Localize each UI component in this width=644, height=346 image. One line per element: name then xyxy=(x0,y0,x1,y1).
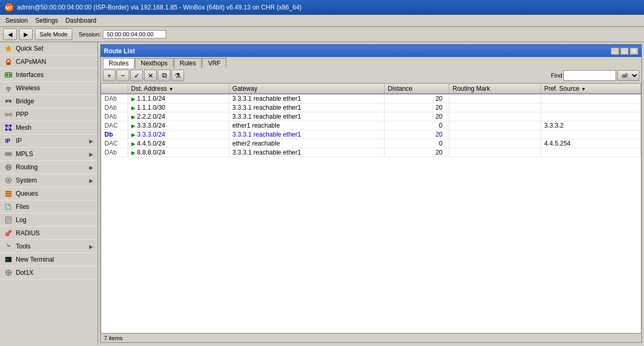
disable-button[interactable]: ✕ xyxy=(144,70,157,81)
routing-arrow-icon: ▶ xyxy=(89,165,93,170)
filter-button[interactable]: ⚗ xyxy=(171,70,184,81)
cell-dst-address: ▶ 1.1.1.0/24 xyxy=(128,94,229,103)
table-row[interactable]: Db ▶ 3.3.3.0/24 3.3.3.1 reachable ether1… xyxy=(101,130,641,139)
sidebar-item-tools[interactable]: Tools ▶ xyxy=(0,240,98,253)
cell-flags: Db xyxy=(101,130,128,139)
cell-dst-address-value: 4.4.5.0/24 xyxy=(137,140,165,147)
tab-nexthops[interactable]: Nexthops xyxy=(135,58,174,68)
bridge-icon xyxy=(4,97,13,105)
menu-dashboard[interactable]: Dashboard xyxy=(62,16,100,25)
cell-dst-address: ▶ 3.3.3.0/24 xyxy=(128,130,229,139)
row-flag: DAb xyxy=(104,149,117,156)
route-table-container[interactable]: Dst. Address ▼ Gateway Distance Routing … xyxy=(101,83,641,333)
sidebar-label-routing: Routing xyxy=(16,164,37,171)
row-arrow: ▶ xyxy=(131,123,136,129)
sidebar-item-radius[interactable]: RADIUS xyxy=(0,227,98,240)
table-row[interactable]: DAC ▶ 3.3.3.0/24 ether1 reachable 0 3.3.… xyxy=(101,121,641,130)
sidebar-item-ip[interactable]: IP IP ▶ xyxy=(0,134,98,148)
close-button[interactable]: ✕ xyxy=(630,47,638,55)
svg-rect-25 xyxy=(6,153,11,155)
table-row[interactable]: DAb ▶ 1.1.1.0/30 3.3.3.1 reachable ether… xyxy=(101,103,641,112)
svg-point-29 xyxy=(7,179,9,181)
tab-vrf[interactable]: VRF xyxy=(202,58,226,68)
files-icon xyxy=(4,203,13,211)
tab-routes[interactable]: Routes xyxy=(103,58,134,68)
svg-point-7 xyxy=(8,90,9,92)
minimize-button[interactable]: _ xyxy=(611,47,619,55)
cell-dst-address-value: 2.2.2.0/24 xyxy=(137,113,165,120)
toolbar: ◀ ▶ Safe Mode Session: 50:00:00:04:00:00 xyxy=(0,27,644,42)
sidebar-label-mpls: MPLS xyxy=(16,150,33,158)
tab-rules[interactable]: Rules xyxy=(174,58,202,68)
row-arrow: ▶ xyxy=(131,114,136,120)
cell-dst-address-value: 3.3.3.0/24 xyxy=(137,122,165,129)
cell-distance: 20 xyxy=(385,103,449,112)
col-routing-mark[interactable]: Routing Mark xyxy=(449,84,541,94)
cell-distance: 20 xyxy=(385,94,449,103)
find-dropdown[interactable]: all xyxy=(617,70,639,81)
enable-button[interactable]: ✓ xyxy=(130,70,143,81)
add-button[interactable]: + xyxy=(103,70,116,81)
cell-routing-mark xyxy=(449,103,541,112)
back-button[interactable]: ◀ xyxy=(3,28,17,40)
sidebar-item-log[interactable]: Log xyxy=(0,214,98,227)
find-input[interactable] xyxy=(563,70,616,81)
cell-flags: DAC xyxy=(101,139,128,148)
mpls-icon xyxy=(4,150,13,158)
sidebar-item-routing[interactable]: Routing ▶ xyxy=(0,161,98,174)
sidebar: Quick Set CAPsMAN xyxy=(0,42,98,345)
svg-rect-4 xyxy=(5,73,12,77)
sidebar-item-bridge[interactable]: Bridge xyxy=(0,95,98,108)
main-layout: Quick Set CAPsMAN xyxy=(0,42,644,345)
sidebar-item-capsman[interactable]: CAPsMAN xyxy=(0,55,98,69)
sidebar-label-queues: Queues xyxy=(16,190,38,197)
cell-dst-address: ▶ 8.8.8.0/24 xyxy=(128,148,229,157)
sidebar-label-bridge: Bridge xyxy=(16,98,34,105)
sidebar-item-interfaces[interactable]: Interfaces xyxy=(0,69,98,82)
cell-dst-address: ▶ 4.4.5.0/24 xyxy=(128,139,229,148)
window-title: Route List xyxy=(104,47,135,55)
table-row[interactable]: DAb ▶ 2.2.2.0/24 3.3.3.1 reachable ether… xyxy=(101,112,641,121)
copy-button[interactable]: ⧉ xyxy=(158,70,170,81)
table-row[interactable]: DAb ▶ 1.1.1.0/24 3.3.3.1 reachable ether… xyxy=(101,94,641,103)
sidebar-item-wireless[interactable]: Wireless xyxy=(0,82,98,95)
ip-arrow-icon: ▶ xyxy=(89,138,93,144)
svg-rect-5 xyxy=(6,74,8,76)
ip-icon: IP xyxy=(4,137,13,145)
svg-rect-31 xyxy=(5,193,12,195)
col-distance[interactable]: Distance xyxy=(385,84,449,94)
sidebar-item-new-terminal[interactable]: >_ New Terminal xyxy=(0,253,98,266)
sidebar-label-system: System xyxy=(16,177,37,184)
tabs-bar: Routes Nexthops Rules VRF xyxy=(101,57,641,68)
table-row[interactable]: DAC ▶ 4.4.5.0/24 ether2 reachable 0 4.4.… xyxy=(101,139,641,148)
col-pref-source[interactable]: Pref. Source ▼ xyxy=(541,84,640,94)
row-arrow: ▶ xyxy=(131,105,136,111)
col-gateway[interactable]: Gateway xyxy=(229,84,385,94)
col-flags[interactable] xyxy=(101,84,128,94)
svg-point-38 xyxy=(7,234,8,235)
sidebar-item-system[interactable]: System ▶ xyxy=(0,174,98,187)
sidebar-item-queues[interactable]: Queues xyxy=(0,187,98,200)
maximize-button[interactable]: □ xyxy=(620,47,629,55)
table-row[interactable]: DAb ▶ 8.8.8.0/24 3.3.3.1 reachable ether… xyxy=(101,148,641,157)
svg-point-40 xyxy=(9,231,11,232)
cell-dst-address-value: 8.8.8.0/24 xyxy=(137,149,165,156)
svg-text:IP: IP xyxy=(5,138,11,144)
remove-button[interactable]: − xyxy=(117,70,129,81)
menu-settings[interactable]: Settings xyxy=(32,16,61,25)
sidebar-label-quick-set: Quick Set xyxy=(16,45,43,52)
sidebar-item-files[interactable]: Files xyxy=(0,200,98,214)
safe-mode-button[interactable]: Safe Mode xyxy=(35,28,72,40)
sidebar-label-interfaces: Interfaces xyxy=(16,71,44,79)
col-dst-address[interactable]: Dst. Address ▼ xyxy=(128,84,229,94)
cell-gateway: 3.3.3.1 reachable ether1 xyxy=(229,112,385,121)
sidebar-item-dot1x[interactable]: Dot1X xyxy=(0,266,98,280)
sidebar-item-quick-set[interactable]: Quick Set xyxy=(0,42,98,55)
sidebar-item-ppp[interactable]: PPP xyxy=(0,108,98,121)
forward-button[interactable]: ▶ xyxy=(19,28,33,40)
sidebar-item-mpls[interactable]: MPLS ▶ xyxy=(0,148,98,161)
menu-session[interactable]: Session xyxy=(2,16,31,25)
svg-text:>_: >_ xyxy=(6,258,11,262)
sidebar-item-mesh[interactable]: Mesh xyxy=(0,121,98,134)
svg-text:MT: MT xyxy=(6,5,13,11)
